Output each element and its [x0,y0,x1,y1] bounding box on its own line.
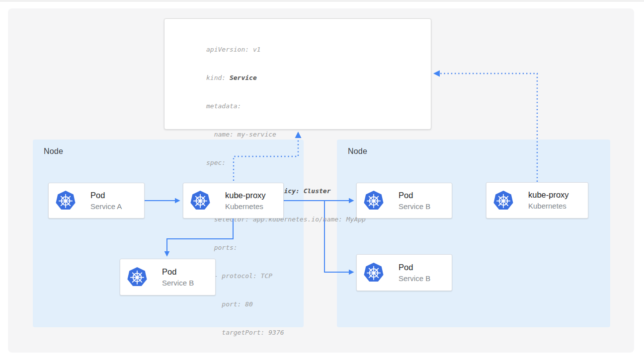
node-label: Node [44,147,63,156]
yaml-line: metadata: [206,101,431,111]
service-yaml-panel: apiVersion: v1 kind: Service metadata: n… [164,18,431,130]
page-top-divider [0,0,644,1]
card-title: Pod [399,262,430,273]
card-title: kube-proxy [225,190,266,201]
yaml-line: targetPort: 9376 [206,328,431,337]
kubernetes-traffic-policy-diagram: Node Node apiVersion: v1 kind: Service m… [0,0,644,362]
card-pod-service-b-right-top: Pod Service B [356,183,452,218]
card-subtitle: Kubernetes [225,202,266,212]
kubernetes-icon [55,190,76,211]
card-kube-proxy-left: kube-proxy Kubernetes [183,183,284,218]
card-pod-service-a: Pod Service A [48,183,145,218]
card-title: Pod [162,267,194,277]
card-title: Pod [399,190,430,201]
yaml-line: port: 80 [206,299,431,309]
card-subtitle: Kubernetes [528,201,569,211]
card-kube-proxy-right: kube-proxy Kubernetes [486,182,588,218]
kubernetes-icon [493,190,514,211]
yaml-line: name: my-service [206,130,431,139]
card-subtitle: Service A [90,202,122,212]
kubernetes-icon [190,190,211,211]
yaml-line: kind: Service [206,73,431,82]
card-pod-service-b-right-bottom: Pod Service B [356,254,452,291]
card-subtitle: Service B [399,202,430,212]
yaml-line: apiVersion: v1 [206,45,431,54]
kubernetes-icon [363,190,384,211]
kubernetes-icon [127,267,148,288]
card-subtitle: Service B [399,274,430,284]
card-title: kube-proxy [528,190,569,200]
kubernetes-icon [363,262,384,283]
yaml-line: ports: [206,243,431,252]
card-pod-service-b-left-bottom: Pod Service B [120,259,216,295]
card-title: Pod [90,190,122,201]
card-subtitle: Service B [162,278,194,288]
yaml-line: spec: [206,158,431,167]
